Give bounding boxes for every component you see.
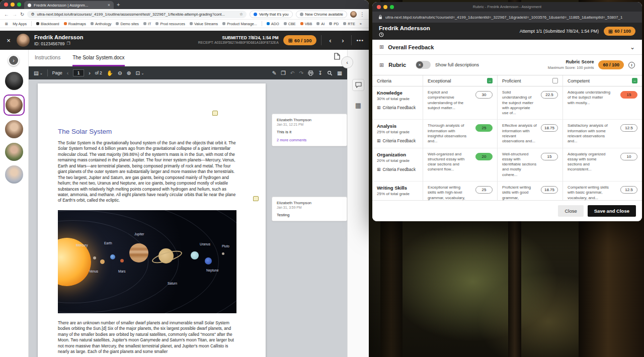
score-pill[interactable]: 12.5	[620, 186, 637, 194]
bookmark-star-icon[interactable]: ☆	[239, 12, 243, 17]
score-pill[interactable]: 15	[620, 91, 637, 99]
close-button[interactable]: Close	[558, 205, 583, 217]
minimize-window-button[interactable]	[383, 5, 387, 9]
forward-button[interactable]: →	[12, 12, 17, 17]
column-select-checkbox[interactable]	[552, 78, 558, 83]
grid-panel-button[interactable]: ▦	[352, 99, 364, 111]
more-comments-link[interactable]: 2 more comments	[277, 138, 342, 142]
rubric-cell[interactable]: Well-structured essay with identifiable …	[497, 148, 562, 182]
previous-page-button[interactable]: ‹	[67, 70, 69, 76]
grid-view-button[interactable]: ▦	[337, 70, 342, 76]
bookmark-item[interactable]: PD	[329, 22, 339, 26]
new-chrome-available-button[interactable]: New Chrome available	[296, 11, 347, 18]
grade-pill[interactable]: ⊞ 60 / 100	[604, 27, 635, 36]
undo-button[interactable]: ↶	[290, 70, 295, 76]
bookmark-item[interactable]: Blackboard	[36, 22, 59, 26]
overall-feedback-row[interactable]: ⊞ Overall Feedback ⌄	[372, 40, 642, 55]
zoom-out-button[interactable]: ⊖	[118, 70, 122, 76]
score-pill[interactable]: 22.5	[541, 91, 558, 99]
rubric-cell[interactable]: Well-organized and structured essay with…	[423, 148, 497, 182]
redo-button[interactable]: ↷	[299, 70, 303, 76]
bookmark-item[interactable]: Prod resources	[155, 22, 185, 26]
copy-pages-button[interactable]: ❐	[281, 70, 285, 76]
bookmark-item[interactable]: Value Streams	[190, 22, 218, 26]
descriptions-toggle[interactable]: ×	[416, 61, 431, 69]
tab-close-icon[interactable]: ×	[108, 3, 110, 8]
score-pill[interactable]: 18.75	[541, 186, 558, 194]
criteria-feedback-button[interactable]: ⊞Criteria Feedback	[377, 167, 418, 172]
student-avatar-thumb[interactable]	[5, 143, 23, 161]
collapse-panel-button[interactable]: ‹	[341, 56, 353, 68]
fit-page-button[interactable]: ⊡⌄	[136, 70, 144, 76]
browser-tab[interactable]: Fredrik Andersson | Assignm... ×	[24, 1, 114, 9]
criteria-feedback-button[interactable]: ⊞Criteria Feedback	[377, 105, 418, 110]
column-select-checkbox[interactable]: –	[632, 78, 637, 83]
score-pill[interactable]: 18.75	[541, 124, 558, 132]
close-window-button[interactable]	[377, 5, 381, 9]
zoom-in-button[interactable]: ⊕	[127, 70, 131, 76]
close-window-button[interactable]	[4, 3, 8, 7]
site-settings-icon[interactable]: ⚙	[31, 12, 34, 17]
student-avatar-thumb[interactable]	[5, 165, 23, 184]
search-button[interactable]	[327, 70, 333, 76]
rubric-cell[interactable]: Adequately organized essay with some sec…	[562, 148, 642, 182]
grade-pill[interactable]: ⊞ 60 / 100	[283, 35, 317, 45]
criteria-feedback-button[interactable]: ⊞Criteria Feedback	[377, 138, 418, 143]
student-avatar-thumb[interactable]	[5, 72, 23, 90]
comment-marker-icon[interactable]	[253, 196, 259, 201]
zoom-window-button[interactable]	[390, 5, 394, 9]
rubric-cell[interactable]: Thorough analysis of information with in…	[423, 120, 497, 148]
selected-student[interactable]	[4, 95, 25, 116]
student-avatar-thumb[interactable]	[5, 120, 23, 138]
comment-card[interactable]: Elizabeth Thompson Jan 31, 3:59 PM Testi…	[272, 197, 347, 221]
hand-tool-button[interactable]: ✋	[107, 70, 113, 76]
info-icon[interactable]: i	[628, 62, 635, 68]
bookmark-item[interactable]: AI	[316, 22, 325, 26]
score-pill[interactable]: 20	[475, 153, 493, 160]
bookmark-item[interactable]: VBB	[300, 22, 312, 26]
download-button[interactable]: ↧	[318, 70, 323, 76]
rubric-cell[interactable]: Satisfactory analysis of information wit…	[562, 120, 642, 148]
score-pill[interactable]: 10	[620, 153, 637, 160]
column-select-checkbox[interactable]: –	[487, 78, 493, 83]
more-options-button[interactable]: •••	[356, 37, 364, 43]
comment-card[interactable]: Elizabeth Thompson Jan 31, 12:21 PM This…	[272, 114, 347, 146]
print-button[interactable]	[308, 70, 313, 76]
bookmarks-overflow-chevron-icon[interactable]: »	[360, 22, 362, 26]
annotate-button[interactable]: ✎	[272, 70, 276, 76]
next-student-button[interactable]: ›	[339, 37, 347, 44]
verify-identity-button[interactable]: Verify that it's you	[250, 11, 293, 18]
tab-instructions[interactable]: Instructions	[35, 55, 60, 66]
history-clock-icon[interactable]	[379, 32, 384, 37]
apps-grid-icon[interactable]: ⊞	[5, 22, 8, 26]
bookmark-item[interactable]: My Apps	[13, 22, 27, 26]
score-pill[interactable]: 25	[475, 186, 493, 194]
chevron-down-icon[interactable]: ⌄	[630, 44, 635, 51]
previous-student-button[interactable]: ‹	[326, 37, 334, 44]
minimize-window-button[interactable]	[11, 3, 15, 7]
bookmark-item[interactable]: IT	[143, 22, 151, 26]
tab-document[interactable]: The Solar System.docx	[72, 55, 124, 66]
close-panel-button[interactable]: ×	[5, 37, 12, 44]
document-icon[interactable]	[334, 53, 340, 62]
rubric-cell[interactable]: Solid understanding of the subject matte…	[497, 86, 562, 120]
page-number-input[interactable]	[73, 69, 84, 76]
save-and-close-button[interactable]: Save and Close	[588, 205, 636, 217]
new-tab-button[interactable]: +	[117, 2, 120, 8]
reload-button[interactable]: ↻	[20, 12, 24, 17]
score-pill[interactable]: 25	[475, 124, 493, 132]
bookmark-item[interactable]: Product Manage...	[222, 22, 257, 26]
score-pill[interactable]: 15	[541, 153, 558, 160]
expand-roster-button[interactable]: ›	[8, 55, 19, 66]
bookmark-item[interactable]: Roadmaps	[64, 22, 86, 26]
rubric-cell[interactable]: Explicit and comprehensive understanding…	[423, 86, 497, 120]
bookmark-item[interactable]: Anthology	[91, 22, 111, 26]
zoom-window-button[interactable]	[17, 3, 21, 7]
thumbnails-panel-button[interactable]: ▤⌄	[34, 70, 43, 76]
bookmark-item[interactable]: RTE	[343, 22, 355, 26]
copy-id-icon[interactable]: ❐	[67, 41, 70, 46]
bookmark-item[interactable]: Demo sites	[116, 22, 139, 26]
profile-avatar[interactable]	[350, 11, 357, 18]
back-button[interactable]: ←	[4, 12, 9, 17]
browser-menu-button[interactable]: ⋮	[360, 12, 365, 17]
